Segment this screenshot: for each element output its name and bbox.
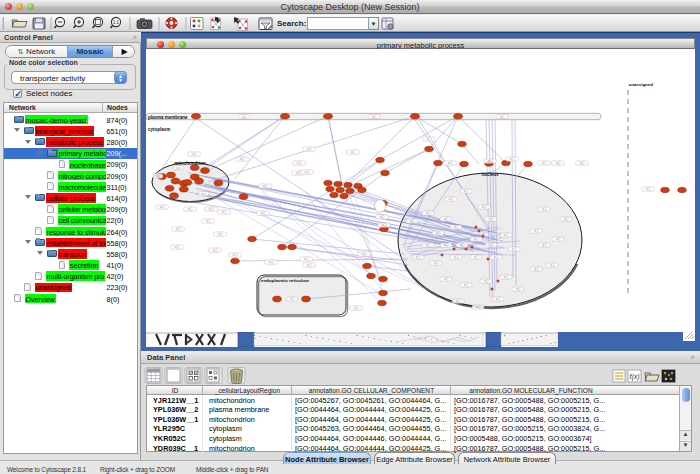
svg-text:x(-): x(-) bbox=[426, 243, 431, 247]
svg-text:x(-): x(-) bbox=[213, 248, 218, 252]
svg-text:x(-): x(-) bbox=[512, 247, 517, 251]
svg-text:x(-): x(-) bbox=[206, 219, 211, 223]
svg-text:x(-): x(-) bbox=[240, 157, 245, 161]
svg-text:x(-): x(-) bbox=[201, 192, 206, 196]
svg-text:x(-): x(-) bbox=[564, 217, 569, 221]
svg-text:x(-): x(-) bbox=[580, 161, 585, 165]
svg-text:x(-): x(-) bbox=[382, 223, 387, 227]
svg-text:x(-): x(-) bbox=[233, 253, 238, 257]
svg-text:x(-): x(-) bbox=[504, 275, 509, 279]
svg-text:x(-): x(-) bbox=[222, 210, 227, 214]
svg-text:x(-): x(-) bbox=[160, 205, 165, 209]
svg-text:x(-): x(-) bbox=[372, 115, 377, 119]
svg-text:x(-): x(-) bbox=[351, 150, 356, 154]
svg-text:x(-): x(-) bbox=[176, 227, 181, 231]
svg-text:x(-): x(-) bbox=[464, 283, 469, 287]
svg-text:x(-): x(-) bbox=[489, 217, 494, 221]
svg-text:x(-): x(-) bbox=[484, 279, 489, 283]
svg-text:x(-): x(-) bbox=[416, 255, 421, 259]
svg-text:x(-): x(-) bbox=[456, 299, 461, 303]
svg-text:x(-): x(-) bbox=[474, 237, 479, 241]
svg-text:x(-): x(-) bbox=[534, 229, 539, 233]
svg-text:x(-): x(-) bbox=[290, 297, 295, 301]
svg-text:x(-): x(-) bbox=[305, 170, 310, 174]
svg-text:x(-): x(-) bbox=[307, 263, 312, 267]
svg-text:endoplasmic reticulum: endoplasmic reticulum bbox=[261, 278, 309, 283]
svg-text:plasma membrane: plasma membrane bbox=[148, 115, 188, 120]
svg-text:x(-): x(-) bbox=[454, 225, 459, 229]
svg-text:x(-): x(-) bbox=[176, 166, 181, 170]
svg-text:x(-): x(-) bbox=[542, 207, 547, 211]
svg-text:x(-): x(-) bbox=[516, 287, 521, 291]
svg-text:cytoplasm: cytoplasm bbox=[148, 127, 170, 132]
svg-text:x(-): x(-) bbox=[444, 277, 449, 281]
svg-text:x(-): x(-) bbox=[242, 115, 247, 119]
svg-text:x(-): x(-) bbox=[646, 187, 651, 191]
svg-text:unassigned: unassigned bbox=[629, 82, 654, 87]
svg-text:x(-): x(-) bbox=[489, 243, 494, 247]
svg-text:x(-): x(-) bbox=[460, 243, 465, 247]
svg-text:x(-): x(-) bbox=[476, 305, 481, 309]
svg-text:x(-): x(-) bbox=[192, 152, 197, 156]
svg-text:x(-): x(-) bbox=[269, 260, 274, 264]
svg-text:x(-): x(-) bbox=[474, 255, 479, 259]
svg-text:x(-): x(-) bbox=[296, 171, 301, 175]
svg-text:x(-): x(-) bbox=[550, 263, 555, 267]
svg-text:x(-): x(-) bbox=[362, 252, 367, 256]
svg-text:x(-): x(-) bbox=[263, 184, 268, 188]
svg-text:x(-): x(-) bbox=[494, 255, 499, 259]
svg-text:x(-): x(-) bbox=[218, 232, 223, 236]
svg-text:f(x): f(x) bbox=[629, 373, 639, 381]
svg-text:x(-): x(-) bbox=[464, 189, 469, 193]
svg-text:x(-): x(-) bbox=[444, 243, 449, 247]
svg-text:x(-): x(-) bbox=[209, 207, 214, 211]
svg-text:x(-): x(-) bbox=[448, 161, 453, 165]
svg-text:x(-): x(-) bbox=[556, 237, 561, 241]
svg-text:x(-): x(-) bbox=[436, 231, 441, 235]
svg-text:x(-): x(-) bbox=[504, 233, 509, 237]
svg-text:x(-): x(-) bbox=[427, 137, 432, 141]
svg-text:x(-): x(-) bbox=[304, 257, 309, 261]
svg-text:x(-): x(-) bbox=[354, 306, 359, 310]
svg-text:x(-): x(-) bbox=[449, 197, 454, 201]
svg-text:nucleus: nucleus bbox=[481, 172, 499, 177]
svg-text:x(-): x(-) bbox=[454, 255, 459, 259]
svg-text:x(-): x(-) bbox=[500, 115, 505, 119]
svg-text:x(-): x(-) bbox=[175, 245, 180, 249]
svg-text:mitochondrion: mitochondrion bbox=[174, 161, 206, 166]
svg-text:x(-): x(-) bbox=[188, 207, 193, 211]
svg-text:1:1: 1:1 bbox=[113, 20, 120, 25]
svg-text:x(-): x(-) bbox=[380, 215, 385, 219]
svg-text:x(-): x(-) bbox=[410, 219, 415, 223]
svg-text:x(-): x(-) bbox=[556, 161, 561, 165]
svg-text:x(-): x(-) bbox=[496, 297, 501, 301]
svg-text:x(-): x(-) bbox=[444, 217, 449, 221]
svg-text:x(-): x(-) bbox=[307, 147, 312, 151]
svg-text:x(-): x(-) bbox=[488, 159, 493, 163]
svg-text:x(-): x(-) bbox=[261, 211, 266, 215]
svg-text:x(-): x(-) bbox=[297, 161, 302, 165]
svg-text:x(-): x(-) bbox=[426, 211, 431, 215]
svg-text:x(-): x(-) bbox=[534, 267, 539, 271]
svg-text:x(-): x(-) bbox=[434, 261, 439, 265]
svg-text:x(-): x(-) bbox=[542, 161, 547, 165]
svg-text:x(-): x(-) bbox=[510, 157, 515, 161]
svg-text:x(-): x(-) bbox=[482, 205, 487, 209]
svg-text:x(-): x(-) bbox=[156, 174, 161, 178]
svg-text:x(-): x(-) bbox=[542, 243, 547, 247]
